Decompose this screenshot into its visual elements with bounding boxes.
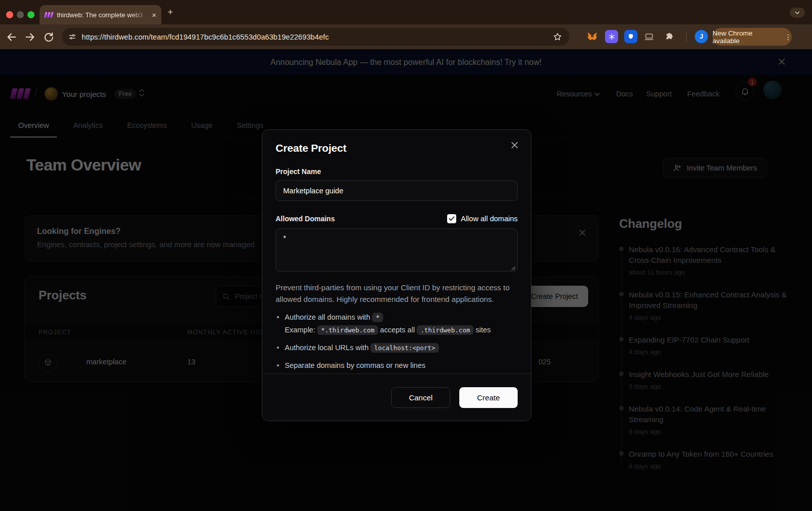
resize-grip-icon[interactable] [511, 266, 516, 270]
domains-bullet-item: Separate domains by commas or new lines [276, 359, 518, 371]
tab-search-button[interactable] [790, 8, 805, 18]
create-project-modal: Create Project Project Name Allowed Doma… [262, 129, 531, 421]
allow-all-domains-control[interactable]: Allow all domains [447, 214, 518, 223]
allowed-domains-label: Allowed Domains [276, 215, 335, 223]
domains-bullet-item: Authorize local URLs with localhost:<por… [276, 342, 518, 354]
modal-close-icon[interactable] [509, 139, 521, 151]
chevron-down-icon [795, 11, 800, 14]
puzzle-icon [664, 31, 675, 42]
new-tab-button[interactable]: + [167, 8, 173, 16]
window-minimize-button[interactable] [17, 11, 24, 18]
shield-icon [627, 33, 634, 40]
laptop-icon [644, 31, 655, 42]
bullet-line: Example: *.thirdweb.com accepts all .thi… [285, 324, 518, 336]
forward-button[interactable] [23, 30, 37, 44]
update-chrome-label: New Chrome available [713, 29, 781, 45]
project-name-label: Project Name [276, 167, 518, 176]
bullet-line: Separate domains by commas or new lines [285, 359, 518, 371]
browser-toolbar: https://thirdweb.com/team/fcd194917bc9c6… [0, 24, 812, 49]
cancel-button[interactable]: Cancel [391, 387, 450, 408]
bookmark-star-icon[interactable] [553, 32, 562, 42]
bullet-line: Authorize all domains with * [285, 311, 518, 324]
allow-all-domains-checkbox[interactable] [447, 214, 456, 223]
checkmark-icon [449, 216, 455, 221]
metamask-fox-icon [587, 31, 598, 42]
extensions-menu-button[interactable] [663, 30, 676, 43]
modal-footer: Cancel Create [262, 373, 531, 421]
url-text[interactable]: https://thirdweb.com/team/fcd194917bc9c6… [82, 33, 548, 41]
window-close-button[interactable] [6, 11, 13, 18]
browser-menu-icon[interactable]: ⋮ [785, 33, 792, 41]
toolbar-divider [686, 31, 687, 43]
browser-tab[interactable]: thirdweb: The complete web3 × [40, 5, 161, 24]
inline-code-chip: .thirdweb.com [417, 325, 473, 335]
favicon-thirdweb [45, 12, 53, 18]
update-chrome-button[interactable]: New Chrome available ⋮ [713, 28, 792, 46]
extension-snowflake[interactable] [605, 30, 618, 43]
domains-bullet-item: Authorize all domains with *Example: *.t… [276, 311, 518, 336]
tab-title: thirdweb: The complete web3 [57, 11, 148, 19]
tab-close-icon[interactable]: × [152, 11, 156, 19]
snowflake-icon [608, 33, 615, 40]
browser-tabstrip: thirdweb: The complete web3 × + [0, 0, 812, 24]
create-button[interactable]: Create [459, 387, 518, 408]
window-zoom-button[interactable] [27, 11, 35, 18]
inline-code-chip: localhost:<port> [370, 343, 438, 353]
allowed-domains-textarea[interactable]: * [276, 228, 518, 271]
reload-icon [43, 31, 54, 42]
domains-help-text: Prevent third-parties from using your Cl… [276, 282, 518, 305]
bullet-line: Authorize local URLs with localhost:<por… [285, 342, 518, 354]
domains-bullet-list: Authorize all domains with *Example: *.t… [276, 311, 518, 371]
extension-shield[interactable] [624, 30, 637, 43]
url-bar[interactable]: https://thirdweb.com/team/fcd194917bc9c6… [62, 28, 569, 46]
reload-button[interactable] [42, 30, 55, 44]
allow-all-domains-label: Allow all domains [461, 215, 518, 223]
site-settings-icon[interactable] [68, 32, 77, 41]
modal-title: Create Project [276, 142, 518, 154]
inline-code-chip: *.thirdweb.com [317, 325, 378, 335]
inline-code-chip: * [372, 313, 383, 322]
extension-screen-share[interactable] [642, 30, 656, 43]
forward-arrow-icon [24, 31, 36, 43]
back-button[interactable] [5, 30, 18, 44]
project-name-input[interactable] [276, 180, 518, 201]
extension-metamask[interactable] [586, 30, 599, 43]
back-arrow-icon [6, 31, 17, 43]
browser-profile-avatar[interactable]: J [695, 30, 708, 43]
